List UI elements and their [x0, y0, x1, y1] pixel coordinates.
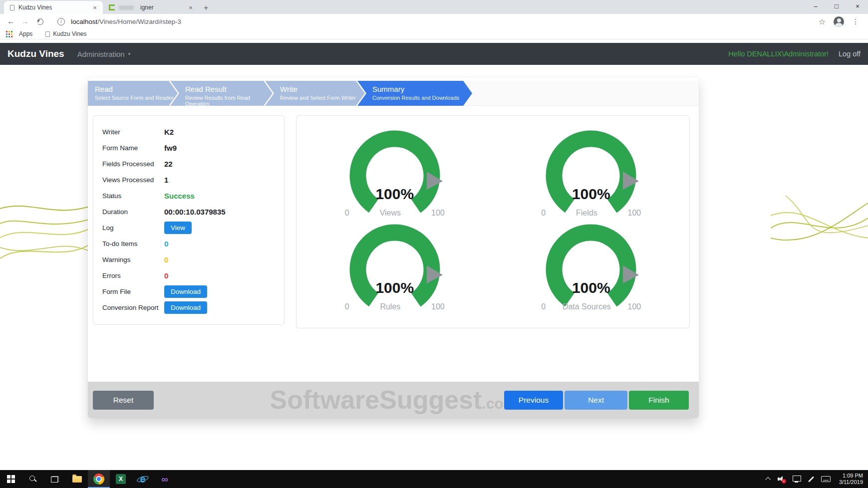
tab-kudzu-vines[interactable]: Kudzu Vines × — [4, 1, 103, 14]
step-summary[interactable]: Summary Conversion Results and Downloads — [357, 81, 472, 106]
internet-explorer-icon: e — [137, 473, 149, 485]
start-button[interactable] — [0, 470, 22, 488]
administration-menu[interactable]: Administration ▾ — [77, 50, 131, 58]
step-title: Summary — [372, 85, 468, 93]
profile-avatar[interactable] — [834, 16, 844, 27]
detail-row-form-file: Form File Download — [102, 283, 284, 299]
taskbar-clock[interactable]: 1:09 PM 3/11/2019 — [837, 473, 863, 486]
gauge-percent: 100% — [521, 186, 661, 203]
gauge-min: 0 — [345, 302, 349, 311]
task-view-button[interactable] — [44, 470, 66, 488]
user-greeting: Hello DENALLIX\Administrator! — [728, 50, 829, 58]
apps-launcher[interactable]: Apps — [6, 30, 32, 37]
bookmark-star-icon[interactable]: ☆ — [819, 17, 826, 26]
finish-button[interactable]: Finish — [629, 391, 689, 410]
gauge-label: Fields — [576, 209, 597, 218]
bookmarks-bar: Apps Kudzu Vines — [0, 29, 868, 39]
page-icon — [10, 5, 14, 10]
tab-title-redacted — [119, 5, 134, 10]
step-read-result[interactable]: Read Result Review Results from Read Ope… — [170, 81, 273, 106]
gauge-needle — [623, 265, 639, 283]
gauge-percent: 100% — [325, 279, 465, 296]
tab-designer[interactable]: igner × — [103, 1, 199, 14]
step-subtitle: Select Source Form and Reader — [95, 95, 174, 101]
view-log-button[interactable]: View — [164, 222, 192, 234]
pen-icon[interactable] — [808, 476, 814, 482]
conversion-details-panel: Writer K2 Form Name fw9 Fields Processed… — [93, 115, 285, 325]
step-subtitle: Review and Select Form Writer — [280, 95, 361, 101]
close-icon[interactable]: × — [91, 4, 99, 11]
keyboard-icon[interactable] — [821, 476, 831, 482]
wizard-steps: Read Select Source Form and Reader Read … — [88, 81, 699, 106]
chrome-button[interactable] — [88, 470, 110, 488]
gauge-percent: 100% — [325, 186, 465, 203]
step-title: Read Result — [185, 85, 269, 93]
brand-title[interactable]: Kudzu Vines — [7, 48, 64, 59]
gauge-rules: 100% 0 Rules 100 — [325, 224, 465, 311]
close-window-button[interactable]: × — [847, 0, 868, 14]
network-icon[interactable] — [793, 476, 801, 483]
detail-row-log: Log View — [102, 220, 284, 236]
row-label: Log — [102, 224, 164, 232]
tab-title: igner — [140, 4, 183, 11]
step-write[interactable]: Write Review and Select Form Writer — [265, 81, 365, 106]
fields-processed-value: 22 — [164, 160, 173, 168]
detail-row-duration: Duration 00:00:10.0379835 — [102, 204, 284, 220]
summary-content: Writer K2 Form Name fw9 Fields Processed… — [88, 106, 699, 328]
k2-icon — [109, 4, 115, 10]
forward-button[interactable]: → — [18, 17, 32, 26]
file-explorer-button[interactable] — [66, 470, 88, 488]
next-button[interactable]: Next — [565, 391, 627, 410]
tray-chevron-up-icon[interactable] — [765, 477, 771, 483]
log-off-link[interactable]: Log off — [839, 50, 861, 58]
views-processed-value: 1 — [164, 176, 168, 184]
gauge-min: 0 — [541, 302, 546, 311]
minimize-button[interactable]: – — [805, 0, 826, 14]
bookmark-kudzu-vines[interactable]: Kudzu Vines — [45, 30, 86, 37]
gauge-fields: 100% 0 Fields 100 — [521, 130, 661, 218]
reset-button[interactable]: Reset — [93, 391, 154, 410]
download-conversion-report-button[interactable]: Download — [164, 301, 207, 314]
window-controls: – □ × — [805, 0, 868, 14]
row-label: Views Processed — [102, 176, 164, 184]
visual-studio-button[interactable]: ∞ — [154, 470, 176, 488]
browser-toolbar: ← → i localhost/Vines/Home/Wizard#step-3… — [0, 14, 868, 29]
detail-row-status: Status Success — [102, 188, 284, 204]
maximize-button[interactable]: □ — [826, 0, 847, 14]
gauge-scale: 0 Rules 100 — [325, 302, 465, 311]
close-icon[interactable]: × — [187, 4, 195, 11]
site-info-icon[interactable]: i — [57, 18, 65, 25]
gauge-views: 100% 0 Views 100 — [325, 130, 465, 218]
download-form-file-button[interactable]: Download — [164, 285, 207, 298]
apps-label: Apps — [19, 30, 32, 37]
spacer — [0, 39, 868, 43]
chevron-down-icon: ▾ — [128, 51, 131, 56]
volume-muted-icon[interactable]: × — [777, 475, 786, 483]
gauges-panel: 100% 0 Views 100 100% — [296, 115, 690, 328]
new-tab-button[interactable]: + — [199, 3, 213, 14]
previous-button[interactable]: Previous — [504, 391, 563, 410]
excel-button[interactable]: X — [110, 470, 132, 488]
address-bar[interactable]: localhost/Vines/Home/Wizard#step-3 — [71, 18, 181, 25]
gauge-needle — [427, 265, 443, 283]
step-read[interactable]: Read Select Source Form and Reader — [88, 81, 178, 106]
internet-explorer-button[interactable]: e — [132, 470, 154, 488]
errors-count: 0 — [164, 271, 168, 280]
browser-menu-icon[interactable]: ⋮ — [852, 17, 859, 25]
gauge-min: 0 — [345, 209, 349, 218]
gauge-scale: 0 Views 100 — [325, 209, 465, 218]
taskbar-search-button[interactable] — [22, 470, 44, 488]
row-label: Form File — [102, 288, 164, 295]
row-label: Conversion Report — [102, 304, 164, 311]
row-label: To-do Items — [102, 240, 164, 247]
gauge-max: 100 — [431, 209, 445, 218]
warnings-count: 0 — [164, 255, 168, 264]
detail-row-writer: Writer K2 — [102, 124, 284, 140]
watermark-text: SoftwareSuggest — [270, 385, 482, 414]
refresh-button[interactable] — [37, 18, 43, 25]
back-button[interactable]: ← — [4, 17, 18, 26]
gauge-label: Data Sources — [563, 302, 611, 311]
visual-studio-icon: ∞ — [161, 475, 168, 484]
gauge-max: 100 — [628, 209, 641, 218]
gauge-label: Views — [380, 209, 401, 218]
